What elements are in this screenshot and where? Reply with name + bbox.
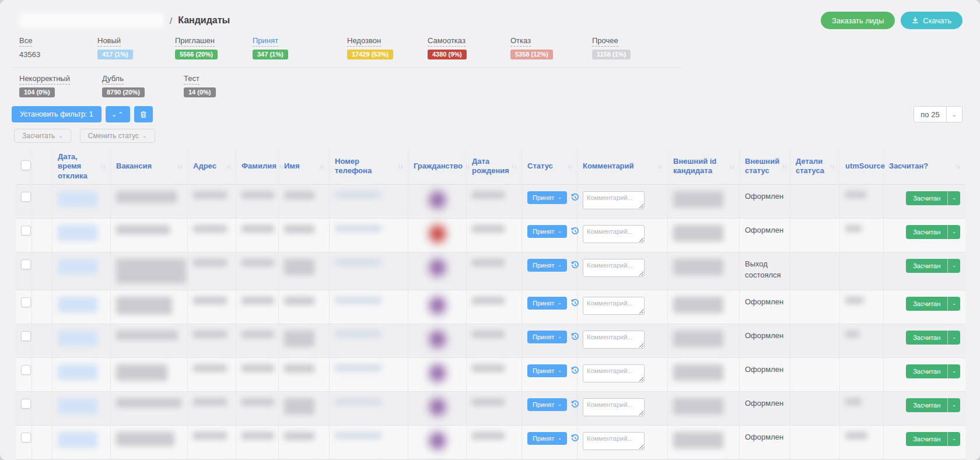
sort-icon[interactable]: ↑↓ [319, 163, 324, 170]
status-history-button[interactable] [570, 261, 580, 270]
status-history-button[interactable] [570, 400, 580, 409]
status-dropdown-button[interactable]: Принят⌄ [527, 331, 567, 343]
sort-icon[interactable]: ↑↓ [100, 163, 105, 170]
status-dropdown-button[interactable]: Принят⌄ [527, 398, 567, 411]
column-header-label[interactable]: Комментарий [583, 161, 634, 171]
sort-icon[interactable]: ↑↓ [279, 163, 284, 170]
sort-icon[interactable]: ↑↓ [512, 163, 516, 170]
status-history-button[interactable] [570, 434, 580, 443]
status-history-button[interactable] [570, 227, 580, 236]
collapse-expand-filter-button[interactable]: ⌄⌃ [106, 106, 130, 122]
status-history-button[interactable] [570, 299, 580, 308]
sort-icon[interactable]: ↑↓ [956, 163, 960, 170]
comment-input[interactable] [583, 191, 645, 209]
comment-input[interactable] [583, 297, 645, 315]
counted-dropdown-chevron-icon[interactable]: ⌄ [947, 297, 960, 311]
filter-label[interactable]: Новый [97, 36, 121, 47]
sort-icon[interactable]: ↑↓ [729, 163, 734, 170]
filter-label[interactable]: Недозвон [347, 36, 381, 47]
filter-item[interactable]: Некорректный104 (0%) [19, 74, 102, 97]
filter-item[interactable]: Отказ5358 (12%) [510, 36, 592, 59]
sort-icon[interactable]: ↑↓ [226, 163, 230, 170]
chevron-down-icon[interactable]: ⌄ [946, 107, 962, 122]
column-header-label[interactable]: Номер телефона [335, 157, 396, 176]
filter-item[interactable]: Новый417 (1%) [97, 36, 175, 59]
row-checkbox[interactable] [21, 433, 31, 443]
filter-label[interactable]: Самоотказ [428, 36, 466, 47]
comment-input[interactable] [583, 331, 645, 349]
count-selected-button[interactable]: Засчитать ⌄ [14, 129, 71, 143]
status-history-button[interactable] [570, 366, 580, 375]
column-header-label[interactable]: Детали статуса [796, 157, 827, 176]
breadcrumb-redacted-segment[interactable] [19, 13, 164, 28]
counted-button[interactable]: Засчитан⌄ [906, 331, 960, 345]
sort-icon[interactable]: ↑↓ [830, 163, 834, 170]
filter-label[interactable]: Дубль [102, 74, 124, 85]
comment-input[interactable] [583, 259, 645, 277]
column-header-label[interactable]: Имя [284, 161, 300, 171]
download-button[interactable]: Скачать [901, 12, 963, 29]
row-checkbox[interactable] [21, 192, 31, 202]
filter-item[interactable]: Принят347 (1%) [253, 36, 347, 59]
per-page-select[interactable]: по 25 ⌄ [914, 106, 963, 122]
comment-input[interactable] [583, 364, 645, 382]
sort-icon[interactable]: ↑↓ [657, 163, 662, 170]
counted-button[interactable]: Засчитан⌄ [906, 191, 960, 205]
status-dropdown-button[interactable]: Принят⌄ [527, 364, 567, 377]
filter-label[interactable]: Тест [184, 74, 200, 85]
counted-button[interactable]: Засчитан⌄ [906, 432, 960, 446]
row-checkbox[interactable] [21, 365, 31, 375]
row-checkbox[interactable] [21, 331, 31, 341]
counted-dropdown-chevron-icon[interactable]: ⌄ [947, 259, 960, 273]
column-header-label[interactable]: Статус [527, 161, 553, 171]
sort-icon[interactable]: ↑↓ [177, 163, 182, 170]
column-header-label[interactable]: Дата рождения [472, 157, 509, 176]
comment-input[interactable] [583, 432, 645, 450]
filter-label[interactable]: Прочее [592, 36, 618, 47]
counted-button[interactable]: Засчитан⌄ [906, 364, 960, 378]
status-history-button[interactable] [570, 193, 580, 202]
sort-icon[interactable]: ↑↓ [782, 163, 786, 170]
row-checkbox[interactable] [21, 226, 31, 236]
filter-item[interactable]: Тест14 (0%) [184, 74, 961, 97]
status-dropdown-button[interactable]: Принят⌄ [527, 191, 567, 204]
counted-dropdown-chevron-icon[interactable]: ⌄ [947, 191, 960, 205]
counted-button[interactable]: Засчитан⌄ [906, 398, 960, 412]
status-dropdown-button[interactable]: Принят⌄ [527, 225, 567, 238]
sort-icon[interactable]: ↑↓ [465, 163, 470, 170]
filter-label[interactable]: Отказ [510, 36, 531, 47]
column-header-label[interactable]: Гражданство [414, 161, 463, 171]
filter-item[interactable]: Самоотказ4380 (9%) [428, 36, 510, 59]
column-header-label[interactable]: Внешний статус [745, 157, 779, 176]
status-history-button[interactable] [570, 332, 580, 342]
filter-item[interactable]: Приглашен5566 (20%) [175, 36, 253, 59]
sort-icon[interactable]: ↑↓ [567, 163, 572, 170]
counted-dropdown-chevron-icon[interactable]: ⌄ [947, 432, 960, 446]
counted-dropdown-chevron-icon[interactable]: ⌄ [947, 225, 960, 239]
counted-dropdown-chevron-icon[interactable]: ⌄ [947, 398, 960, 412]
row-checkbox[interactable] [21, 259, 31, 269]
sort-icon[interactable]: ↑↓ [398, 163, 402, 170]
column-header-label[interactable]: Фамилия [242, 161, 276, 171]
counted-button[interactable]: Засчитан⌄ [906, 259, 960, 273]
order-leads-button[interactable]: Заказать лиды [821, 12, 895, 29]
change-status-button[interactable]: Сменить статус ⌄ [80, 129, 155, 143]
filter-item[interactable]: Недозвон17429 (53%) [347, 36, 428, 59]
filter-item[interactable]: Дубль8790 (20%) [102, 74, 184, 97]
filter-item[interactable]: Все43563 [19, 36, 97, 59]
clear-filter-button[interactable] [134, 106, 153, 122]
column-header-label[interactable]: utmSource [845, 161, 885, 171]
comment-input[interactable] [583, 398, 645, 416]
filter-label[interactable]: Некорректный [19, 74, 70, 85]
row-checkbox[interactable] [21, 297, 31, 307]
column-header-label[interactable]: Засчитан? [889, 161, 928, 171]
column-header-label[interactable]: Вакансия [116, 161, 152, 171]
select-all-checkbox[interactable] [21, 160, 31, 170]
column-header-label[interactable]: Внешний id кандидата [673, 157, 727, 176]
filter-label[interactable]: Принят [253, 36, 278, 47]
column-header-label[interactable]: Адрес [193, 161, 216, 171]
status-dropdown-button[interactable]: Принят⌄ [527, 432, 567, 445]
counted-dropdown-chevron-icon[interactable]: ⌄ [947, 331, 960, 345]
filter-label[interactable]: Все [19, 36, 32, 47]
status-dropdown-button[interactable]: Принят⌄ [527, 297, 567, 310]
